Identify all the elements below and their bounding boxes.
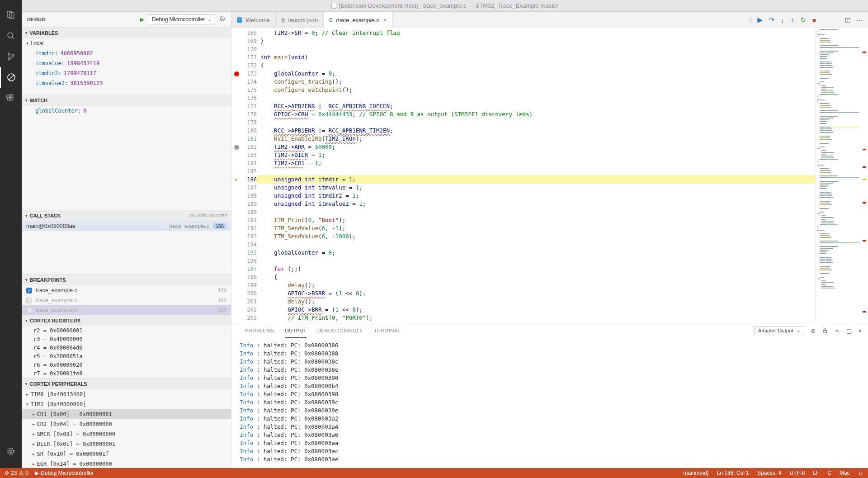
code-line[interactable]: 185: [231, 167, 815, 175]
peripheral-row[interactable]: ▸CR2 [0x04] = 0x00000000: [22, 419, 231, 429]
code-line[interactable]: 195 globalCounter = 0;: [231, 249, 815, 257]
peripheral-row[interactable]: ▸CR1 [0x00] = 0x00000001: [22, 409, 231, 419]
panel-tab-terminal[interactable]: TERMINAL: [374, 323, 401, 338]
code-line[interactable]: 188 unsigned int itmdir2 = 1;: [231, 192, 815, 200]
variable-row[interactable]: itmvalue2:3815390123: [22, 78, 231, 88]
code-line[interactable]: 191 ITM_Print(0, "Boot");: [231, 216, 815, 224]
status-item-utf-8[interactable]: UTF-8: [789, 470, 805, 476]
stack-frame-row[interactable]: main@0x080003aetrace_example.c186: [22, 221, 231, 231]
code-line[interactable]: 180 RCC->APB1ENR |= RCC_APB1ENR_TIM2EN;: [231, 127, 815, 135]
source-control-icon[interactable]: [0, 46, 22, 67]
status-item-lf[interactable]: LF: [813, 470, 819, 476]
register-row[interactable]: r6 = 0x00000020: [22, 360, 231, 369]
move-panel-icon[interactable]: ▢: [846, 327, 852, 334]
code-line[interactable]: 182 TIM2->ARR = 50000;: [231, 143, 815, 151]
code-editor[interactable]: 168 TIM2->SR = 0; // Clear interrupt fla…: [231, 28, 815, 323]
split-editor-icon[interactable]: ◫: [845, 16, 851, 24]
watch-row[interactable]: globalCounter:0: [22, 106, 231, 116]
register-row[interactable]: r5 = 0x2000051a: [22, 352, 231, 360]
breakpoints-section-header[interactable]: ▾ BREAKPOINTS: [22, 274, 231, 285]
code-line[interactable]: 184 TIM2->CR1 = 1;: [231, 159, 815, 167]
peripheral-row[interactable]: ▸TIM8 [0x40013400]: [22, 389, 231, 399]
status-item-main-void-[interactable]: main(void): [684, 470, 709, 476]
code-line[interactable]: 181 NVIC_EnableIRQ(TIM2_IRQn);: [231, 135, 815, 143]
overview-ruler[interactable]: [861, 28, 868, 323]
peripheral-row[interactable]: ▸DIER [0x0c] = 0x00000001: [22, 439, 231, 449]
output-log[interactable]: Info : halted: PC: 0x08000386Info : halt…: [231, 338, 868, 468]
callstack-section-header[interactable]: ▾ CALL STACK PAUSED ON STEP: [22, 210, 231, 221]
variable-row[interactable]: itmdir:4066950602: [22, 48, 231, 58]
step-over-icon[interactable]: ↷: [769, 16, 775, 24]
code-line[interactable]: 202 GPIOC->BRR = (1 << 8);: [231, 306, 815, 314]
watch-section-header[interactable]: ▾ WATCH: [22, 95, 231, 106]
settings-gear-icon[interactable]: [0, 441, 22, 462]
panel-tab-problems[interactable]: PROBLEMS: [245, 323, 274, 338]
start-debug-icon[interactable]: ▶: [140, 16, 144, 23]
variable-row[interactable]: itmdir2:1799478117: [22, 68, 231, 78]
code-line[interactable]: 174 configure_tracing();: [231, 78, 815, 86]
code-line[interactable]: 171int main(void): [231, 53, 815, 62]
register-row[interactable]: r3 = 0x40000000: [22, 335, 231, 343]
maximize-panel-icon[interactable]: [834, 328, 840, 334]
code-line[interactable]: 200 GPIOC->BSRR = (1 << 8);: [231, 289, 815, 298]
code-line[interactable]: 189 unsigned int itmvalue2 = 1;: [231, 200, 815, 208]
status-item-ln-186-col-1[interactable]: Ln 186, Col 1: [717, 470, 749, 476]
status-item-spaces-4[interactable]: Spaces: 4: [757, 470, 781, 476]
code-line[interactable]: ▶186 unsigned int itmdir = 1;: [231, 175, 815, 184]
code-line[interactable]: 187 unsigned int itmvalue = 1;: [231, 184, 815, 192]
code-line[interactable]: 183 TIM2->DIER = 1;: [231, 151, 815, 159]
register-row[interactable]: r2 = 0x00000001: [22, 326, 231, 335]
panel-tab-debug-console[interactable]: DEBUG CONSOLE: [317, 323, 363, 338]
drag-handle-icon[interactable]: ⣿: [748, 17, 751, 23]
breakpoint-row[interactable]: trace_example.c182: [22, 295, 231, 305]
register-row[interactable]: r4 = 0x080004d6: [22, 343, 231, 352]
scroll-lock-icon[interactable]: [822, 328, 828, 334]
peripheral-row[interactable]: ▸SR [0x10] = 0x0000001f: [22, 449, 231, 459]
tab-welcome[interactable]: Welcome: [231, 12, 276, 28]
debug-session-indicator[interactable]: ▶ Debug Microcontroller: [35, 470, 94, 476]
variables-scope-row[interactable]: ▾Local: [22, 38, 231, 48]
code-line[interactable]: 203 // ITM_Print(0, "PORT0");: [231, 314, 815, 322]
debug-icon[interactable]: [0, 67, 22, 88]
code-line[interactable]: 196: [231, 257, 815, 265]
code-line[interactable]: 168 TIM2->SR = 0; // Clear interrupt fla…: [231, 29, 815, 37]
code-line[interactable]: 197 for (;;): [231, 265, 815, 273]
tab-launch-json[interactable]: {}launch.json: [276, 12, 324, 28]
configure-gear-icon[interactable]: [219, 15, 226, 24]
code-line[interactable]: 201 delay();: [231, 298, 815, 306]
code-line[interactable]: 194: [231, 241, 815, 249]
explorer-icon[interactable]: [0, 5, 22, 25]
panel-tab-output[interactable]: OUTPUT: [285, 323, 307, 338]
code-line[interactable]: 177 RCC->APB2ENR |= RCC_APB2ENR_IOPCEN;: [231, 102, 815, 110]
code-line[interactable]: 175 configure_watchpoint();: [231, 86, 815, 94]
variables-section-header[interactable]: ▾ VARIABLES: [22, 28, 231, 38]
step-into-icon[interactable]: ↓: [781, 16, 784, 24]
status-item-mac[interactable]: Mac: [840, 470, 850, 476]
code-line[interactable]: 176: [231, 94, 815, 102]
peripherals-section-header[interactable]: ▾ CORTEX PERIPHERALS: [22, 379, 231, 389]
close-panel-icon[interactable]: ×: [858, 327, 862, 334]
breakpoint-row[interactable]: ✓trace_example.c173: [22, 285, 231, 295]
feedback-smiley-icon[interactable]: ☺: [858, 470, 863, 476]
tab-trace-example-c[interactable]: Ctrace_example.c×: [324, 12, 393, 28]
more-actions-icon[interactable]: ⋯: [856, 16, 863, 24]
continue-icon[interactable]: ▶: [757, 16, 763, 24]
minimap[interactable]: [815, 28, 861, 323]
extensions-icon[interactable]: [0, 88, 22, 109]
code-line[interactable]: 169}: [231, 37, 815, 45]
code-line[interactable]: 172{: [231, 62, 815, 70]
output-channel-dropdown[interactable]: Adapter Output ⌄: [754, 326, 805, 335]
peripheral-row[interactable]: ▾TIM2 [0x40000000]: [22, 399, 231, 409]
breakpoint-checkbox[interactable]: [26, 308, 32, 313]
status-item-c[interactable]: C: [827, 470, 831, 476]
code-line[interactable]: 179: [231, 118, 815, 127]
breakpoint-checkbox[interactable]: ✓: [26, 288, 32, 293]
debug-config-dropdown[interactable]: Debug Microcontroller ⌄: [148, 14, 215, 24]
code-line[interactable]: 173 globalCounter = 0;: [231, 70, 815, 78]
close-icon[interactable]: ×: [383, 16, 387, 24]
breakpoint-row[interactable]: trace_example.c207: [22, 305, 231, 315]
peripheral-row[interactable]: ▸EGR [0x14] = 0x00000000: [22, 459, 231, 468]
peripheral-row[interactable]: ▸SMCR [0x08] = 0x00000000: [22, 429, 231, 439]
code-line[interactable]: 190: [231, 208, 815, 216]
variable-row[interactable]: itmvalue:1898457419: [22, 58, 231, 68]
